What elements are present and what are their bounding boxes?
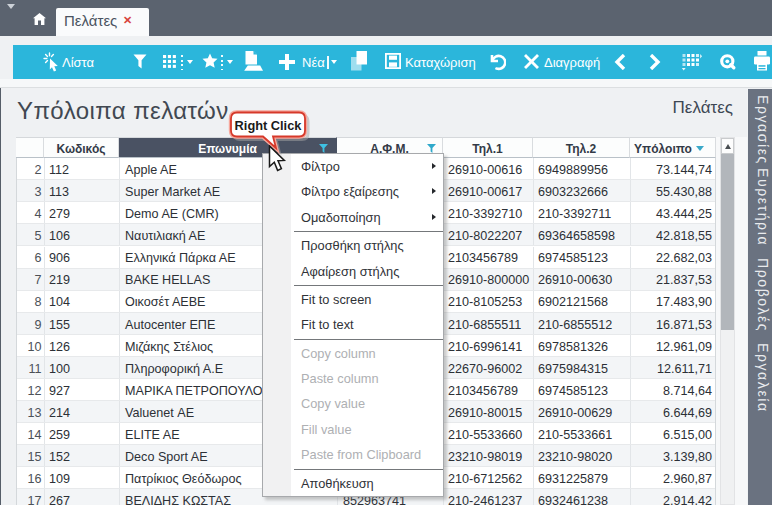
- svg-text:Right Click: Right Click: [235, 118, 303, 133]
